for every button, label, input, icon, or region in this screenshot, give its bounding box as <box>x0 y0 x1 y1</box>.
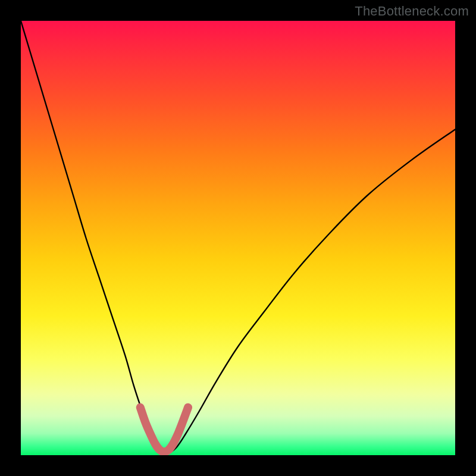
watermark-text: TheBottleneck.com <box>355 4 469 19</box>
highlighted-min-region <box>140 408 188 452</box>
bottleneck-curve <box>21 21 455 452</box>
curve-layer <box>21 21 455 455</box>
chart-stage: TheBottleneck.com <box>0 0 476 476</box>
plot-area <box>21 21 455 455</box>
